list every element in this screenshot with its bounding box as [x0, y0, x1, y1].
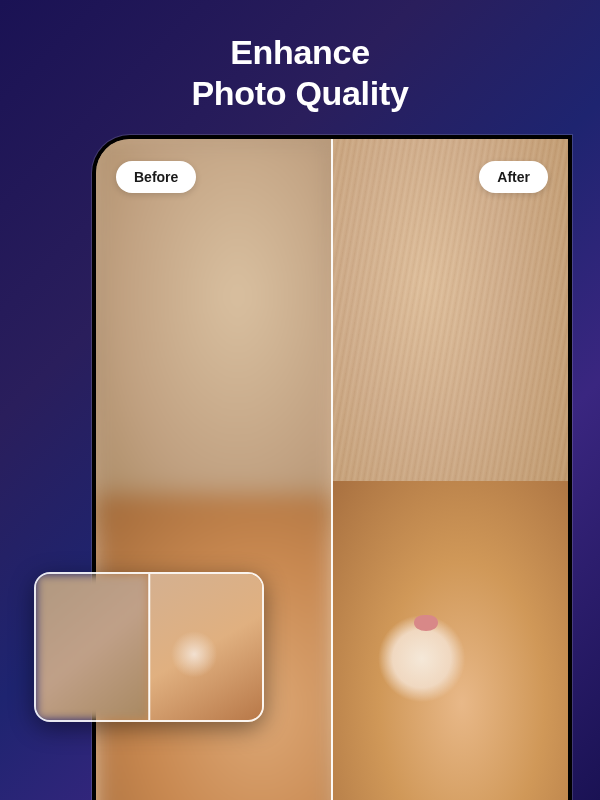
thumbnail-after-half	[149, 574, 262, 720]
after-subject-cat	[332, 481, 568, 800]
headline-line-2: Photo Quality	[0, 73, 600, 114]
before-subject-hair	[96, 139, 332, 531]
after-image-panel	[332, 139, 568, 800]
thumbnail-before-half	[36, 574, 149, 720]
before-label-pill: Before	[116, 161, 196, 193]
comparison-slider-divider[interactable]	[331, 139, 333, 800]
headline-line-1: Enhance	[0, 32, 600, 73]
promo-headline: Enhance Photo Quality	[0, 0, 600, 114]
after-label-pill: After	[479, 161, 548, 193]
thumbnail-divider	[148, 574, 150, 720]
preview-thumbnail[interactable]	[34, 572, 264, 722]
cat-nose-detail	[414, 615, 438, 631]
